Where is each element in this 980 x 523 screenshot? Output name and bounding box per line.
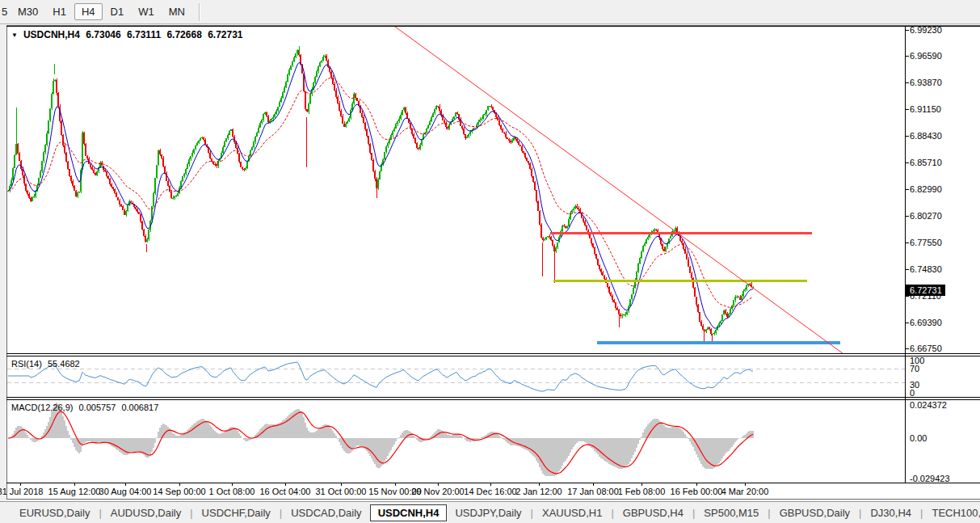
date-axis-label: 16 Oct 04:00 (260, 487, 311, 496)
price-axis-label: 6.66750 (910, 344, 942, 353)
rsi-axis-label: 70 (910, 364, 919, 373)
rsi-indicator-name: RSI(14) (11, 359, 42, 369)
chart-dropdown-icon[interactable]: ▼ (11, 32, 18, 39)
tab-sp500-m15[interactable]: SP500,M15 (696, 504, 767, 521)
chart-canvas[interactable] (0, 0, 980, 523)
price-axis-label: 6.99230 (910, 25, 942, 35)
tab-audusd-daily[interactable]: AUDUSD,Daily (103, 504, 189, 521)
tab-usdcad-daily[interactable]: USDCAD,Daily (283, 504, 369, 521)
price-axis-label: 6.82990 (910, 184, 942, 194)
ohlc-open: 6.73046 (86, 29, 120, 40)
tab-separator: | (611, 507, 613, 519)
date-axis-label: 31 Oct 00:00 (316, 487, 367, 496)
timeframe-button-d1[interactable]: D1 (103, 3, 132, 20)
macd-value-signal: 0.006817 (121, 403, 158, 412)
tab-separator: | (692, 507, 695, 519)
tab-tech100-h1[interactable]: TECH100,H1 (923, 504, 980, 521)
date-axis-label: 15 Aug 12:00 (48, 487, 101, 496)
date-axis-label: 1 Oct 08:00 (209, 487, 255, 496)
ohlc-close: 6.72731 (208, 29, 242, 40)
tab-separator: | (920, 507, 923, 519)
date-axis-label: 29 Nov 20:00 (411, 487, 464, 496)
timeframe-button-m30[interactable]: M30 (11, 3, 45, 20)
price-axis-label: 6.74830 (910, 264, 942, 274)
tab-gbpusd-h4[interactable]: GBPUSD,H4 (615, 504, 692, 521)
price-axis-label: 6.77550 (910, 238, 942, 247)
macd-value-main: 0.005757 (78, 403, 116, 412)
date-axis-label: 2 Jan 12:00 (515, 487, 562, 496)
trading-app-window: 5 M30H1H4D1W1MN ▼USDCNH,H4 6.73046 6.731… (0, 0, 980, 523)
tab-usdcnh-h4[interactable]: USDCNH,H4 (370, 504, 448, 521)
timeframe-toolbar: 5 M30H1H4D1W1MN (0, 0, 980, 24)
date-axis-label: 17 Jan 08:00 (567, 487, 619, 496)
macd-axis-label: 0.024372 (910, 400, 947, 410)
price-axis-label: 6.80270 (910, 211, 942, 221)
price-axis-label: 6.85710 (910, 158, 942, 167)
date-axis-label: 14 Dec 16:00 (464, 487, 516, 496)
date-axis-label: 1 Feb 08:00 (618, 487, 666, 496)
tab-usdjpy-daily[interactable]: USDJPY,Daily (447, 504, 529, 521)
timeframe-button-h1[interactable]: H1 (45, 3, 74, 20)
current-price-badge: 6.72731 (906, 285, 945, 296)
tab-separator: | (99, 507, 101, 519)
tab-separator: | (768, 507, 770, 519)
date-axis-label: 31 Jul 2018 (0, 487, 43, 496)
date-axis-label: 4 Mar 20:00 (721, 487, 769, 496)
macd-label: MACD(12,26,9) 0.005757 0.006817 (11, 403, 162, 412)
tab-separator: | (190, 507, 192, 519)
ohlc-low: 6.72668 (166, 29, 201, 40)
price-axis-label: 6.96590 (910, 51, 942, 61)
rsi-value: 55.4682 (48, 359, 80, 369)
chart-symbol: USDCNH,H4 (23, 29, 80, 40)
tab-usdchf-daily[interactable]: USDCHF,Daily (194, 504, 279, 521)
rsi-axis-label: 0 (910, 388, 915, 398)
toolbar-separator (199, 3, 200, 21)
macd-axis-label: 0.00 (910, 433, 927, 443)
timeframe-button-h4[interactable]: H4 (74, 3, 103, 20)
price-axis-label: 6.69390 (910, 318, 942, 327)
date-axis-label: 30 Aug 04:00 (99, 487, 152, 496)
price-axis-label: 6.91150 (910, 104, 941, 114)
date-axis-label: 16 Feb 00:00 (671, 487, 723, 496)
symbol-tabbar: EURUSD,Daily|AUDUSD,Daily|USDCHF,Daily|U… (0, 501, 980, 523)
tab-dj30-h4[interactable]: DJ30,H4 (862, 504, 919, 521)
macd-indicator-name: MACD(12,26,9) (11, 403, 73, 412)
tab-separator: | (280, 507, 282, 519)
timeframe-button-mn[interactable]: MN (162, 3, 192, 20)
tab-separator: | (531, 507, 533, 519)
rsi-label: RSI(14) 55.4682 (11, 359, 83, 369)
tab-gbpusd-daily[interactable]: GBPUSD,Daily (772, 504, 858, 521)
timeframe-button-m15-partial[interactable]: 5 (0, 3, 11, 20)
tab-xauusd-h1[interactable]: XAUUSD,H1 (534, 504, 610, 521)
date-axis-label: 14 Sep 00:00 (153, 487, 205, 496)
macd-axis-label: -0.029423 (910, 474, 950, 483)
price-axis-label: 6.88430 (910, 131, 942, 141)
timeframe-button-w1[interactable]: W1 (131, 3, 162, 20)
price-axis-label: 6.93870 (910, 78, 942, 87)
ohlc-high: 6.73111 (127, 29, 161, 40)
chart-title: ▼USDCNH,H4 6.73046 6.73111 6.72668 6.727… (11, 29, 246, 40)
tab-separator: | (859, 507, 861, 519)
tab-eurusd-daily[interactable]: EURUSD,Daily (11, 504, 98, 521)
